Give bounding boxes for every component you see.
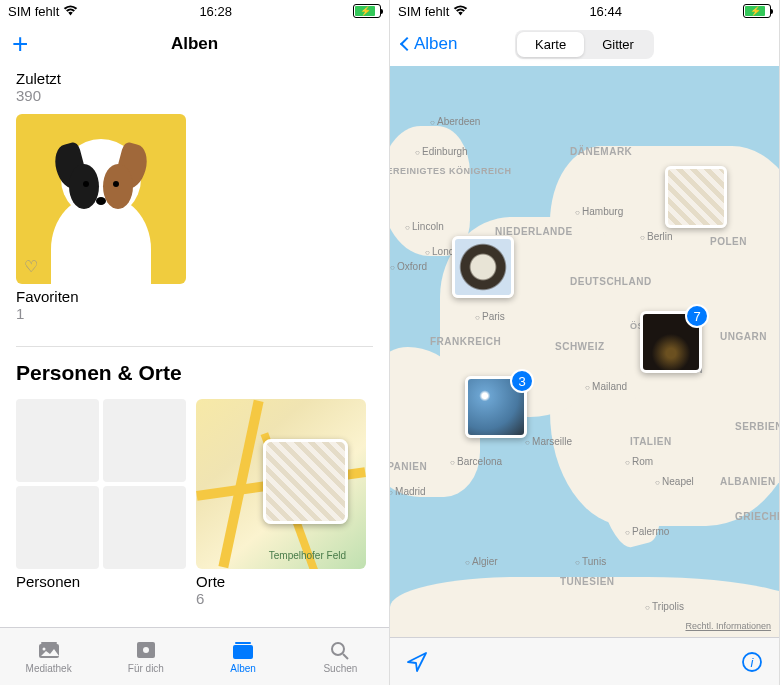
country-label: ALBANIEN [720,476,776,487]
country-label: GRIECHEN [735,511,779,522]
city-label: Algier [465,556,498,567]
places-label: Orte [196,573,366,590]
tab-search[interactable]: Suchen [292,628,389,685]
city-label: Barcelona [450,456,502,467]
album-recent-count: 390 [16,87,373,104]
svg-rect-5 [233,645,253,659]
people-label: Personen [16,573,186,590]
albums-screen: SIM fehlt 16:28 ⚡ + Alben Zuletzt 390 ♡ … [0,0,390,685]
tab-for-you[interactable]: Für dich [97,628,194,685]
city-label: Hamburg [575,206,623,217]
map-view[interactable]: DÄNEMARK VEREINIGTES KÖNIGREICH NIEDERLA… [390,66,779,637]
city-label: Neapel [655,476,694,487]
view-mode-segmented: Karte Gitter [515,30,654,59]
city-label: Tunis [575,556,606,567]
tab-bar: Mediathek Für dich Alben Suchen [0,627,389,685]
city-label: Aberdeen [430,116,480,127]
map-photo-pin[interactable]: 7 [640,311,702,373]
svg-text:i: i [751,655,755,670]
city-label: Berlin [640,231,673,242]
battery-icon: ⚡ [743,4,771,18]
pin-count-badge: 3 [510,369,534,393]
heart-icon: ♡ [24,257,38,276]
city-label: Paris [475,311,505,322]
map-photo-pin[interactable] [452,236,514,298]
country-label: VEREINIGTES KÖNIGREICH [390,166,512,176]
clock: 16:44 [589,4,622,19]
city-label: Mailand [585,381,627,392]
places-tile[interactable]: Tempelhofer Feld [196,399,366,569]
albums-icon [230,639,256,661]
city-label: Palermo [625,526,669,537]
status-bar: SIM fehlt 16:44 ⚡ [390,0,779,22]
carrier-label: SIM fehlt [398,4,449,19]
city-label: Oxford [390,261,427,272]
back-button[interactable]: Alben [402,34,457,54]
svg-line-8 [343,654,348,659]
country-label: DÄNEMARK [570,146,632,157]
album-favorites-label: Favoriten [16,288,373,305]
map-toolbar: i [390,637,779,685]
city-label: Edinburgh [415,146,468,157]
segment-map[interactable]: Karte [517,32,584,57]
city-label: Marseille [525,436,572,447]
tab-albums[interactable]: Alben [195,628,292,685]
location-icon[interactable] [406,651,428,673]
album-favorites-thumb[interactable]: ♡ [16,114,186,284]
carrier-label: SIM fehlt [8,4,59,19]
svg-rect-6 [235,642,251,644]
country-label: SPANIEN [390,461,427,472]
country-label: POLEN [710,236,747,247]
for-you-icon [133,639,159,661]
country-label: ITALIEN [630,436,672,447]
segment-grid[interactable]: Gitter [584,32,652,57]
city-label: Madrid [390,486,426,497]
svg-point-7 [332,643,344,655]
legal-link[interactable]: Rechtl. Informationen [685,621,771,631]
clock: 16:28 [199,4,232,19]
search-icon [327,639,353,661]
library-icon [36,639,62,661]
map-photo-pin[interactable]: 3 [465,376,527,438]
country-label: TUNESIEN [560,576,615,587]
places-count: 6 [196,590,366,607]
chevron-left-icon [400,37,414,51]
nav-title: Alben [171,34,218,54]
country-label: FRANKREICH [430,336,501,347]
places-map-screen: SIM fehlt 16:44 ⚡ Alben Karte Gitter DÄN… [390,0,780,685]
tab-library[interactable]: Mediathek [0,628,97,685]
pin-count-badge: 7 [685,304,709,328]
svg-point-4 [143,647,149,653]
city-label: Rom [625,456,653,467]
add-button[interactable]: + [12,30,28,58]
section-people-places: Personen & Orte [16,346,373,385]
status-bar: SIM fehlt 16:28 ⚡ [0,0,389,22]
info-icon[interactable]: i [741,651,763,673]
places-thumb-icon [263,439,348,524]
album-recent-label: Zuletzt [16,70,373,87]
country-label: DEUTSCHLAND [570,276,652,287]
country-label: SERBIEN [735,421,779,432]
svg-point-2 [42,648,45,651]
content-scroll[interactable]: Zuletzt 390 ♡ Favoriten 1 Personen & Ort… [0,66,389,627]
city-label: Tripolis [645,601,684,612]
people-tile[interactable] [16,399,186,569]
country-label: SCHWEIZ [555,341,605,352]
battery-icon: ⚡ [353,4,381,18]
album-favorites-count: 1 [16,305,373,322]
country-label: UNGARN [720,331,767,342]
nav-bar: + Alben [0,22,389,66]
map-photo-pin[interactable] [665,166,727,228]
svg-rect-1 [41,642,57,644]
wifi-icon [453,5,468,17]
wifi-icon [63,5,78,17]
nav-bar: Alben Karte Gitter [390,22,779,66]
city-label: Lincoln [405,221,444,232]
